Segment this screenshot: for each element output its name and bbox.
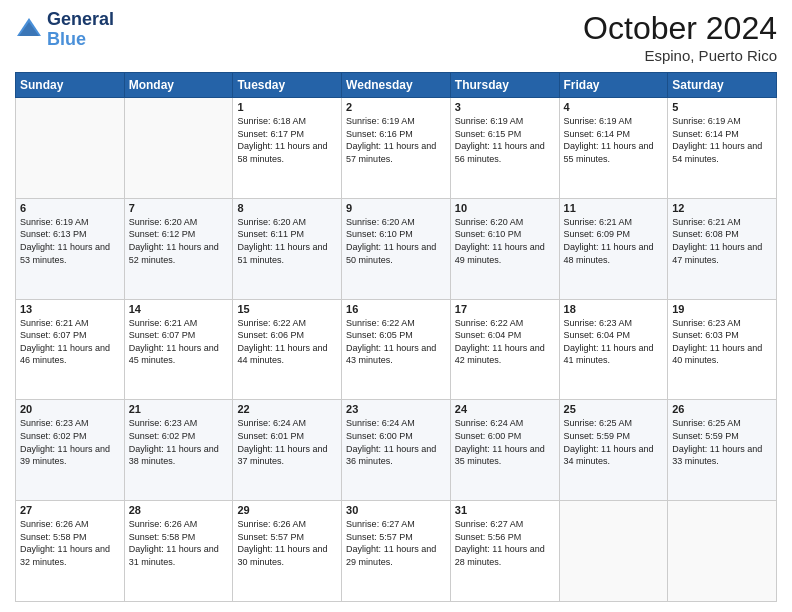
day-number: 4 (564, 101, 664, 113)
week-row-4: 20Sunrise: 6:23 AM Sunset: 6:02 PM Dayli… (16, 400, 777, 501)
calendar-cell: 26Sunrise: 6:25 AM Sunset: 5:59 PM Dayli… (668, 400, 777, 501)
day-info: Sunrise: 6:22 AM Sunset: 6:05 PM Dayligh… (346, 317, 446, 367)
day-info: Sunrise: 6:27 AM Sunset: 5:56 PM Dayligh… (455, 518, 555, 568)
day-number: 24 (455, 403, 555, 415)
day-number: 27 (20, 504, 120, 516)
day-info: Sunrise: 6:20 AM Sunset: 6:10 PM Dayligh… (455, 216, 555, 266)
day-info: Sunrise: 6:23 AM Sunset: 6:02 PM Dayligh… (20, 417, 120, 467)
day-number: 15 (237, 303, 337, 315)
weekday-header-monday: Monday (124, 73, 233, 98)
location: Espino, Puerto Rico (583, 47, 777, 64)
day-info: Sunrise: 6:19 AM Sunset: 6:16 PM Dayligh… (346, 115, 446, 165)
day-number: 11 (564, 202, 664, 214)
calendar-cell: 30Sunrise: 6:27 AM Sunset: 5:57 PM Dayli… (342, 501, 451, 602)
calendar-cell: 15Sunrise: 6:22 AM Sunset: 6:06 PM Dayli… (233, 299, 342, 400)
day-info: Sunrise: 6:19 AM Sunset: 6:14 PM Dayligh… (564, 115, 664, 165)
logo-text: General Blue (47, 10, 114, 50)
calendar-cell: 10Sunrise: 6:20 AM Sunset: 6:10 PM Dayli… (450, 198, 559, 299)
day-info: Sunrise: 6:18 AM Sunset: 6:17 PM Dayligh… (237, 115, 337, 165)
weekday-header-friday: Friday (559, 73, 668, 98)
calendar-cell: 20Sunrise: 6:23 AM Sunset: 6:02 PM Dayli… (16, 400, 125, 501)
day-number: 19 (672, 303, 772, 315)
calendar-cell: 17Sunrise: 6:22 AM Sunset: 6:04 PM Dayli… (450, 299, 559, 400)
calendar-cell: 24Sunrise: 6:24 AM Sunset: 6:00 PM Dayli… (450, 400, 559, 501)
day-number: 12 (672, 202, 772, 214)
calendar-cell: 11Sunrise: 6:21 AM Sunset: 6:09 PM Dayli… (559, 198, 668, 299)
calendar-cell (559, 501, 668, 602)
day-info: Sunrise: 6:21 AM Sunset: 6:09 PM Dayligh… (564, 216, 664, 266)
page: General Blue October 2024 Espino, Puerto… (0, 0, 792, 612)
calendar-cell: 1Sunrise: 6:18 AM Sunset: 6:17 PM Daylig… (233, 98, 342, 199)
day-info: Sunrise: 6:22 AM Sunset: 6:06 PM Dayligh… (237, 317, 337, 367)
day-number: 17 (455, 303, 555, 315)
day-info: Sunrise: 6:26 AM Sunset: 5:58 PM Dayligh… (20, 518, 120, 568)
day-info: Sunrise: 6:21 AM Sunset: 6:08 PM Dayligh… (672, 216, 772, 266)
day-number: 14 (129, 303, 229, 315)
calendar-cell: 16Sunrise: 6:22 AM Sunset: 6:05 PM Dayli… (342, 299, 451, 400)
title-block: October 2024 Espino, Puerto Rico (583, 10, 777, 64)
day-number: 31 (455, 504, 555, 516)
calendar-cell: 6Sunrise: 6:19 AM Sunset: 6:13 PM Daylig… (16, 198, 125, 299)
day-info: Sunrise: 6:23 AM Sunset: 6:04 PM Dayligh… (564, 317, 664, 367)
day-info: Sunrise: 6:19 AM Sunset: 6:14 PM Dayligh… (672, 115, 772, 165)
day-number: 13 (20, 303, 120, 315)
calendar-cell: 19Sunrise: 6:23 AM Sunset: 6:03 PM Dayli… (668, 299, 777, 400)
weekday-header-row: SundayMondayTuesdayWednesdayThursdayFrid… (16, 73, 777, 98)
day-info: Sunrise: 6:20 AM Sunset: 6:12 PM Dayligh… (129, 216, 229, 266)
calendar-cell: 3Sunrise: 6:19 AM Sunset: 6:15 PM Daylig… (450, 98, 559, 199)
calendar-cell: 14Sunrise: 6:21 AM Sunset: 6:07 PM Dayli… (124, 299, 233, 400)
day-number: 26 (672, 403, 772, 415)
day-number: 20 (20, 403, 120, 415)
day-number: 18 (564, 303, 664, 315)
day-info: Sunrise: 6:25 AM Sunset: 5:59 PM Dayligh… (564, 417, 664, 467)
day-info: Sunrise: 6:19 AM Sunset: 6:15 PM Dayligh… (455, 115, 555, 165)
day-number: 8 (237, 202, 337, 214)
calendar-cell: 7Sunrise: 6:20 AM Sunset: 6:12 PM Daylig… (124, 198, 233, 299)
weekday-header-sunday: Sunday (16, 73, 125, 98)
calendar-cell (124, 98, 233, 199)
logo-icon (15, 16, 43, 44)
logo-line2: Blue (47, 30, 114, 50)
day-info: Sunrise: 6:22 AM Sunset: 6:04 PM Dayligh… (455, 317, 555, 367)
calendar-cell: 27Sunrise: 6:26 AM Sunset: 5:58 PM Dayli… (16, 501, 125, 602)
day-number: 28 (129, 504, 229, 516)
calendar-cell: 25Sunrise: 6:25 AM Sunset: 5:59 PM Dayli… (559, 400, 668, 501)
day-info: Sunrise: 6:19 AM Sunset: 6:13 PM Dayligh… (20, 216, 120, 266)
day-number: 9 (346, 202, 446, 214)
day-number: 22 (237, 403, 337, 415)
weekday-header-tuesday: Tuesday (233, 73, 342, 98)
day-number: 10 (455, 202, 555, 214)
calendar-cell (16, 98, 125, 199)
day-number: 7 (129, 202, 229, 214)
day-number: 2 (346, 101, 446, 113)
day-info: Sunrise: 6:20 AM Sunset: 6:10 PM Dayligh… (346, 216, 446, 266)
day-info: Sunrise: 6:27 AM Sunset: 5:57 PM Dayligh… (346, 518, 446, 568)
calendar-cell: 18Sunrise: 6:23 AM Sunset: 6:04 PM Dayli… (559, 299, 668, 400)
day-info: Sunrise: 6:23 AM Sunset: 6:03 PM Dayligh… (672, 317, 772, 367)
day-number: 30 (346, 504, 446, 516)
week-row-2: 6Sunrise: 6:19 AM Sunset: 6:13 PM Daylig… (16, 198, 777, 299)
day-number: 21 (129, 403, 229, 415)
day-number: 16 (346, 303, 446, 315)
day-number: 3 (455, 101, 555, 113)
calendar-cell: 5Sunrise: 6:19 AM Sunset: 6:14 PM Daylig… (668, 98, 777, 199)
calendar-cell (668, 501, 777, 602)
day-info: Sunrise: 6:25 AM Sunset: 5:59 PM Dayligh… (672, 417, 772, 467)
calendar-cell: 13Sunrise: 6:21 AM Sunset: 6:07 PM Dayli… (16, 299, 125, 400)
calendar-cell: 21Sunrise: 6:23 AM Sunset: 6:02 PM Dayli… (124, 400, 233, 501)
weekday-header-saturday: Saturday (668, 73, 777, 98)
day-info: Sunrise: 6:24 AM Sunset: 6:00 PM Dayligh… (346, 417, 446, 467)
header: General Blue October 2024 Espino, Puerto… (15, 10, 777, 64)
week-row-1: 1Sunrise: 6:18 AM Sunset: 6:17 PM Daylig… (16, 98, 777, 199)
day-info: Sunrise: 6:20 AM Sunset: 6:11 PM Dayligh… (237, 216, 337, 266)
week-row-3: 13Sunrise: 6:21 AM Sunset: 6:07 PM Dayli… (16, 299, 777, 400)
logo: General Blue (15, 10, 114, 50)
month-title: October 2024 (583, 10, 777, 47)
week-row-5: 27Sunrise: 6:26 AM Sunset: 5:58 PM Dayli… (16, 501, 777, 602)
day-info: Sunrise: 6:24 AM Sunset: 6:00 PM Dayligh… (455, 417, 555, 467)
day-number: 6 (20, 202, 120, 214)
calendar-cell: 9Sunrise: 6:20 AM Sunset: 6:10 PM Daylig… (342, 198, 451, 299)
calendar-cell: 28Sunrise: 6:26 AM Sunset: 5:58 PM Dayli… (124, 501, 233, 602)
day-number: 1 (237, 101, 337, 113)
day-number: 29 (237, 504, 337, 516)
